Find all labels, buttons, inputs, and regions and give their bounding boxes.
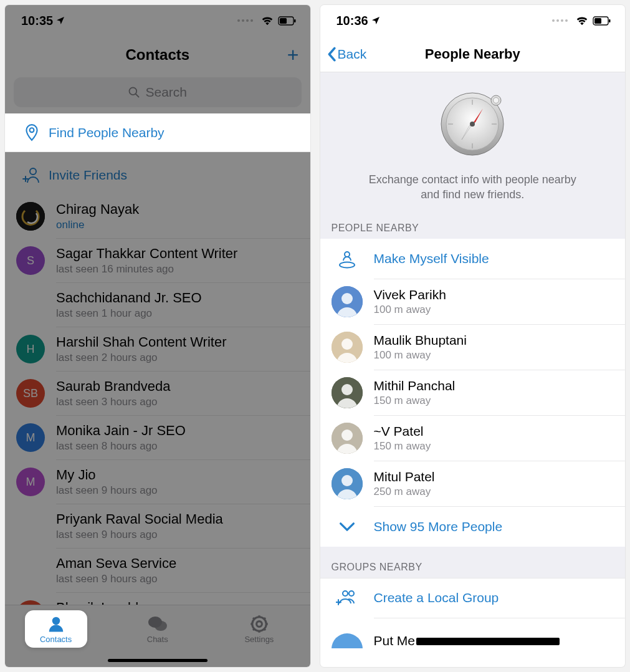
svg-point-55 <box>349 591 354 596</box>
location-pin-icon <box>23 123 41 142</box>
svg-point-10 <box>52 617 60 625</box>
contact-row[interactable]: MMonika Jain - Jr SEOlast seen 8 hours a… <box>5 416 310 459</box>
person-name: Vivek Parikh <box>374 287 446 302</box>
location-arrow-icon <box>55 16 65 26</box>
contact-status: last seen 9 hours ago <box>56 484 158 497</box>
search-icon <box>128 86 140 98</box>
avatar <box>332 332 363 363</box>
avatar <box>332 377 363 408</box>
contact-row[interactable]: Sachchidanand Jr. SEOlast seen 1 hour ag… <box>5 283 310 327</box>
create-group-label: Create a Local Group <box>374 590 499 605</box>
contact-name: My Jio <box>56 467 158 483</box>
avatar: M <box>16 468 45 496</box>
avatar: M <box>16 423 45 452</box>
avatar <box>332 468 363 499</box>
svg-point-44 <box>341 338 353 350</box>
home-indicator[interactable] <box>108 659 208 662</box>
svg-point-47 <box>341 384 353 395</box>
person-distance: 100 m away <box>374 304 446 316</box>
contact-name: Chirag Nayak <box>56 201 139 218</box>
contact-row[interactable]: SSagar Thakkar Content Writerlast seen 1… <box>5 239 310 282</box>
contact-name: Harshil Shah Content Writer <box>56 334 227 350</box>
contact-name: Saurab Brandveda <box>56 378 170 395</box>
contact-name: Monika Jain - Jr SEO <box>56 423 186 439</box>
avatar <box>332 423 363 454</box>
svg-point-54 <box>343 591 348 596</box>
show-more-label: Show 95 More People <box>374 519 503 534</box>
invite-friends-label: Invite Friends <box>49 168 300 183</box>
create-local-group-row[interactable]: Create a Local Group <box>320 578 626 618</box>
page-title: People Nearby <box>425 46 520 62</box>
avatar: H <box>16 335 45 363</box>
add-contact-button[interactable]: + <box>287 44 299 67</box>
make-visible-row[interactable]: Make Myself Visible <box>320 239 626 279</box>
contacts-screen: 10:35 Contacts + Search Find People Near… <box>5 5 310 667</box>
find-people-nearby-row[interactable]: Find People Nearby <box>5 113 310 152</box>
make-visible-icon <box>336 248 358 269</box>
svg-point-5 <box>30 128 34 132</box>
tab-chats[interactable]: Chats <box>126 610 189 648</box>
svg-point-6 <box>30 168 36 175</box>
settings-tab-icon <box>250 615 269 633</box>
contact-status: last seen 16 minutes ago <box>56 263 237 276</box>
nearby-person-row[interactable]: Vivek Parikh100 m away <box>320 279 626 324</box>
svg-rect-24 <box>594 18 601 24</box>
contact-row[interactable]: Aman Seva Servicelast seen 9 hours ago <box>5 549 310 592</box>
search-input[interactable]: Search <box>14 77 302 107</box>
avatar <box>16 202 45 231</box>
make-visible-label: Make Myself Visible <box>374 251 489 266</box>
svg-line-21 <box>264 618 265 620</box>
contact-status: last seen 3 hours ago <box>56 396 170 408</box>
back-button[interactable]: Back <box>327 47 367 62</box>
people-nearby-screen: 10:36 Back People Nearby <box>320 5 626 667</box>
contact-name: Aman Seva Service <box>56 555 176 572</box>
svg-point-9 <box>16 202 45 231</box>
nearby-person-row[interactable]: Maulik Bhuptani100 m away <box>320 325 626 370</box>
wifi-icon <box>260 16 274 26</box>
nearby-person-row[interactable]: Mitul Patel250 m away <box>320 461 626 506</box>
svg-point-12 <box>155 621 167 631</box>
cellular-dots-icon <box>552 19 568 22</box>
tab-bar: Contacts Chats Settings <box>5 605 310 667</box>
battery-icon <box>278 16 297 26</box>
svg-line-19 <box>253 618 255 620</box>
battery-icon <box>593 16 611 26</box>
status-bar: 10:36 <box>320 5 626 36</box>
person-name: Mitul Patel <box>374 469 435 484</box>
chats-tab-icon <box>147 615 168 633</box>
contact-row[interactable]: Chirag Nayakonline <box>5 194 310 238</box>
nearby-person-row[interactable]: ~V Patel150 m away <box>320 416 626 461</box>
section-header-people: PEOPLE NEARBY <box>320 216 626 239</box>
tab-contacts[interactable]: Contacts <box>25 610 87 648</box>
svg-point-36 <box>494 98 499 103</box>
avatar <box>332 286 363 317</box>
info-header: Exchange contact info with people nearby… <box>320 72 626 216</box>
svg-rect-1 <box>280 18 287 24</box>
avatar: SB <box>16 379 45 408</box>
chevron-down-icon <box>339 522 355 532</box>
contact-row[interactable]: HHarshil Shah Content Writerlast seen 2 … <box>5 327 310 371</box>
cellular-dots-icon <box>237 19 253 22</box>
title-bar: Contacts + <box>5 36 310 74</box>
info-text: Exchange contact info with people nearby… <box>360 172 585 203</box>
group-row-partial[interactable]: Put Me <box>320 618 626 648</box>
svg-line-20 <box>264 628 265 630</box>
contact-name: Sagar Thakkar Content Writer <box>56 246 237 262</box>
page-title: Contacts <box>125 46 189 64</box>
contact-status: last seen 1 hour ago <box>56 307 202 320</box>
person-name: Maulik Bhuptani <box>374 333 467 348</box>
contact-status: last seen 8 hours ago <box>56 440 186 453</box>
svg-rect-25 <box>609 19 611 22</box>
contact-row[interactable]: MMy Jiolast seen 9 hours ago <box>5 460 310 504</box>
nearby-person-row[interactable]: Mithil Panchal150 m away <box>320 370 626 415</box>
status-time: 10:35 <box>21 14 53 28</box>
location-arrow-icon <box>371 16 381 26</box>
invite-friends-row[interactable]: Invite Friends <box>5 156 310 194</box>
show-more-row[interactable]: Show 95 More People <box>320 507 626 547</box>
create-group-icon <box>336 588 358 607</box>
group-name-partial: Put Me <box>374 633 560 648</box>
invite-friends-icon <box>22 166 41 184</box>
contact-row[interactable]: Priyank Raval Social Medialast seen 9 ho… <box>5 504 310 548</box>
contact-row[interactable]: SBSaurab Brandvedalast seen 3 hours ago <box>5 372 310 415</box>
tab-settings[interactable]: Settings <box>228 610 290 648</box>
